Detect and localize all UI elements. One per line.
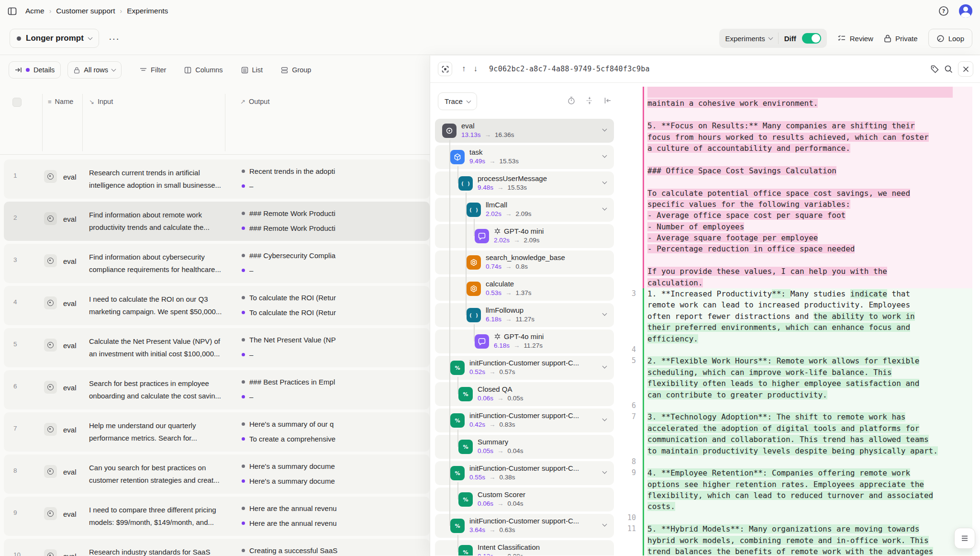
table-row[interactable]: 2 eval Find information about remote wor…	[4, 202, 430, 241]
diff-line	[618, 255, 980, 266]
trace-node-label: initFunction-Customer support-C...	[469, 359, 579, 367]
trace-node[interactable]: % Custom Scorer 0.06s→0.04s	[435, 488, 614, 511]
trace-node[interactable]: % Intent Classification 0.13s→0.08s	[435, 540, 614, 556]
menu-icon	[961, 535, 969, 542]
trace-node-label: llmCall	[486, 201, 507, 209]
trace-node[interactable]: eval 13.13s→16.36s	[435, 119, 614, 143]
diff-toggle[interactable]	[802, 33, 821, 44]
private-button[interactable]: Private	[884, 34, 918, 43]
eval-type-icon	[44, 381, 57, 394]
svg-text:( ): ( )	[469, 207, 478, 213]
filter-button[interactable]: Filter	[140, 66, 166, 74]
group-button[interactable]: Group	[281, 66, 311, 74]
diff-line: focus from hours worked to results achie…	[618, 132, 980, 143]
trace-node[interactable]: GPT-4o mini 6.18s→11.27s	[435, 329, 614, 353]
timer-icon[interactable]	[567, 96, 576, 105]
user-avatar[interactable]	[959, 4, 972, 18]
trace-node[interactable]: search_knowledge_base 0.74s→0.8s	[435, 250, 614, 274]
table-row[interactable]: 1 eval Research current trends in artifi…	[4, 159, 430, 199]
table-row[interactable]: 5 eval Calculate the Net Present Value (…	[4, 328, 430, 367]
diff-line-number	[618, 266, 643, 277]
expand-panel-icon[interactable]	[438, 62, 452, 76]
trace-node[interactable]: task 9.49s→15.53s	[435, 145, 614, 169]
diff-line: flexibility, which can lead to reduced t…	[618, 490, 980, 501]
trace-node-durations: 0.52s→0.57s	[469, 368, 515, 375]
row-number: 1	[13, 172, 17, 179]
trace-node-label: task	[469, 148, 483, 156]
row-input: I need to compare three different pricin…	[89, 504, 224, 529]
trace-node[interactable]: % initFunction-Customer support-C... 3.6…	[435, 514, 614, 538]
trace-node-label: initFunction-Customer support-C...	[469, 517, 579, 525]
trace-view-selector[interactable]: Trace	[438, 92, 477, 110]
trace-node-durations: 9.48s→15.53s	[478, 184, 527, 191]
trace-node[interactable]: % Summary 0.05s→0.04s	[435, 435, 614, 459]
diff-line: often report fewer distractions and the …	[618, 311, 980, 322]
experiment-selector[interactable]: Longer prompt	[10, 29, 99, 48]
diff-line: efficiency.	[618, 333, 980, 344]
trace-node[interactable]: ( ) llmCall 2.02s→2.09s	[435, 198, 614, 222]
trace-node[interactable]: % initFunction-Customer support-C... 0.5…	[435, 356, 614, 380]
row-input: Research industry standards for SaaS	[89, 546, 224, 556]
trace-node-label: GPT-4o mini	[494, 332, 544, 340]
breadcrumb-section[interactable]: Experiments	[127, 7, 168, 15]
details-button[interactable]: Details	[9, 61, 61, 79]
row-output-compare: To calculate the ROI (Retur	[242, 308, 429, 317]
loop-button[interactable]: Loop	[928, 29, 972, 48]
collapse-panel-icon[interactable]	[603, 96, 612, 105]
breadcrumb-project[interactable]: Customer support	[56, 7, 115, 15]
table-row[interactable]: 8 eval Can you search for best practices…	[4, 454, 430, 494]
search-icon[interactable]	[944, 65, 953, 74]
group-label: Group	[292, 66, 311, 74]
trace-node[interactable]: % initFunction-Customer support-C... 0.4…	[435, 408, 614, 432]
view-mode-selector[interactable]: Experiments	[725, 34, 772, 43]
table-row[interactable]: 3 eval Find information about cybersecur…	[4, 244, 430, 283]
table-row[interactable]: 7 eval Help me understand our quarterly …	[4, 412, 430, 452]
table-row[interactable]: 6 eval Search for best practices in empl…	[4, 370, 430, 409]
layout-menu-button[interactable]	[954, 528, 975, 549]
trace-node[interactable]: ( ) processUserMessage 9.48s→15.53s	[435, 171, 614, 195]
table-row[interactable]: 10 eval Research industry standards for …	[4, 539, 430, 556]
column-header-name[interactable]: ≡ Name	[48, 98, 73, 105]
help-icon[interactable]: ?	[938, 5, 949, 17]
trace-node[interactable]: calculate 0.53s→1.37s	[435, 277, 614, 301]
diff-line: communication and collaboration. This tr…	[618, 434, 980, 445]
row-output-compare: –	[242, 266, 429, 274]
diff-line: 6	[618, 400, 980, 411]
row-output-compare: –	[242, 393, 429, 401]
rows-filter-button[interactable]: All rows	[67, 61, 122, 79]
collapse-vertical-icon[interactable]	[585, 96, 594, 105]
next-row-icon[interactable]: ↓	[470, 62, 482, 76]
compare-output-dot	[242, 479, 245, 483]
row-output-compare: Here's a summary docume	[242, 477, 429, 485]
eval-type-icon	[44, 423, 57, 436]
breadcrumb-org[interactable]: Acme	[25, 7, 45, 15]
column-header-input[interactable]: ↘ Input	[89, 98, 113, 105]
close-icon[interactable]	[958, 61, 973, 77]
diff-label: Diff	[784, 34, 796, 43]
diff-line: 10	[618, 512, 980, 523]
trace-node-label: search_knowledge_base	[486, 253, 565, 261]
sidebar-toggle-icon[interactable]	[8, 7, 17, 16]
row-name: eval	[63, 384, 77, 392]
more-options-button[interactable]: ···	[106, 30, 122, 47]
base-output-dot	[242, 380, 245, 384]
trace-node-durations: 0.55s→0.38s	[469, 474, 515, 481]
trace-panel-body: Trace eval 13.13s→16.36s task 9.49s→15.5…	[430, 83, 980, 556]
trace-node[interactable]: GPT-4o mini 2.02s→2.09s	[435, 224, 614, 248]
tag-icon[interactable]	[930, 65, 939, 74]
column-header-output[interactable]: ↗ Output	[240, 98, 269, 105]
trace-node[interactable]: ( ) llmFollowup 6.18s→11.27s	[435, 303, 614, 327]
row-output-compare: –	[242, 351, 429, 359]
trace-node[interactable]: % initFunction-Customer support-C... 0.5…	[435, 461, 614, 485]
select-all-checkbox[interactable]	[12, 98, 22, 107]
diff-line-number: 9	[618, 467, 643, 478]
review-button[interactable]: Review	[837, 34, 873, 43]
loop-icon	[936, 34, 945, 43]
previous-row-icon[interactable]: ↑	[458, 62, 470, 76]
trace-node[interactable]: % Closed QA 0.06s→0.05s	[435, 382, 614, 406]
table-row[interactable]: 4 eval I need to calculate the ROI on ou…	[4, 286, 430, 325]
table-row[interactable]: 9 eval I need to compare three different…	[4, 497, 430, 536]
diff-line-number: 3	[618, 288, 643, 299]
list-button[interactable]: List	[241, 66, 263, 74]
columns-button[interactable]: Columns	[184, 66, 223, 74]
